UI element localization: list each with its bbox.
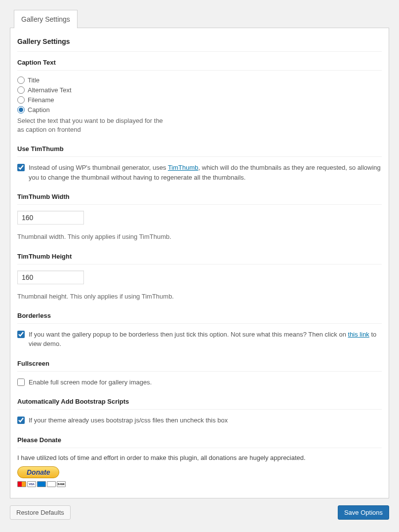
caption-desc: Select the text that you want to be disp… bbox=[17, 116, 382, 134]
discover-icon bbox=[47, 481, 56, 487]
bootstrap-checkbox[interactable] bbox=[17, 417, 25, 424]
caption-option-caption[interactable]: Caption bbox=[17, 106, 382, 114]
bootstrap-heading: Automatically Add Bootstrap Scripts bbox=[17, 398, 382, 410]
radio-filename[interactable] bbox=[17, 96, 25, 104]
bootstrap-row[interactable]: If your theme already uses bootstrap js/… bbox=[17, 416, 382, 425]
donate-text: I have utilized lots of time and effort … bbox=[17, 454, 382, 461]
bank-icon: BANK bbox=[57, 481, 66, 487]
borderless-heading: Borderless bbox=[17, 312, 382, 324]
borderless-checkbox[interactable] bbox=[17, 331, 25, 338]
restore-defaults-button[interactable]: Restore Defaults bbox=[10, 505, 71, 520]
borderless-label: If you want the gallery popup to be bord… bbox=[29, 330, 382, 349]
caption-option-alt[interactable]: Alternative Text bbox=[17, 86, 382, 94]
caption-desc-line1: Select the text that you want to be disp… bbox=[17, 117, 163, 124]
caption-option-filename[interactable]: Filename bbox=[17, 96, 382, 104]
borderless-label-before: If you want the gallery popup to be bord… bbox=[29, 331, 348, 338]
payment-cards: VISA BANK bbox=[17, 481, 382, 487]
timthumb-height-input[interactable] bbox=[17, 270, 84, 284]
timthumb-row[interactable]: Instead of using WP's thumbnail generato… bbox=[17, 163, 382, 182]
timthumb-width-heading: TimThumb Width bbox=[17, 193, 382, 205]
radio-title-label: Title bbox=[28, 76, 40, 84]
caption-heading: Caption Text bbox=[17, 59, 382, 71]
caption-desc-line2: as caption on frontend bbox=[17, 126, 81, 133]
radio-alt[interactable] bbox=[17, 86, 25, 94]
panel-title: Gallery Settings bbox=[17, 35, 382, 52]
fullscreen-checkbox[interactable] bbox=[17, 379, 25, 386]
timthumb-checkbox[interactable] bbox=[17, 164, 25, 171]
visa-icon: VISA bbox=[27, 481, 36, 487]
borderless-row[interactable]: If you want the gallery popup to be bord… bbox=[17, 330, 382, 349]
settings-panel: Gallery Settings Caption Text Title Alte… bbox=[10, 28, 389, 498]
borderless-link[interactable]: this link bbox=[348, 331, 369, 338]
fullscreen-row[interactable]: Enable full screen mode for gallery imag… bbox=[17, 378, 382, 387]
tab-gallery-settings[interactable]: Gallery Settings bbox=[14, 10, 78, 28]
radio-caption[interactable] bbox=[17, 106, 25, 114]
timthumb-label: Instead of using WP's thumbnail generato… bbox=[29, 163, 382, 182]
bootstrap-label: If your theme already uses bootstrap js/… bbox=[29, 416, 228, 425]
timthumb-heading: Use TimThumb bbox=[17, 145, 382, 157]
amex-icon bbox=[37, 481, 46, 487]
radio-filename-label: Filename bbox=[28, 96, 54, 104]
donate-button[interactable]: Donate bbox=[17, 466, 59, 478]
timthumb-width-input[interactable] bbox=[17, 211, 84, 225]
timthumb-link[interactable]: TimThumb bbox=[168, 164, 199, 171]
timthumb-height-heading: TimThumb Height bbox=[17, 253, 382, 265]
donate-heading: Please Donate bbox=[17, 436, 382, 448]
timthumb-label-before: Instead of using WP's thumbnail generato… bbox=[29, 164, 168, 171]
radio-title[interactable] bbox=[17, 76, 25, 84]
mastercard-icon bbox=[17, 481, 26, 487]
timthumb-width-desc: Thumbnail width. This only applies if us… bbox=[17, 232, 382, 241]
caption-option-title[interactable]: Title bbox=[17, 76, 382, 84]
radio-alt-label: Alternative Text bbox=[28, 86, 72, 94]
save-options-button[interactable]: Save Options bbox=[338, 505, 389, 520]
fullscreen-heading: Fullscreen bbox=[17, 360, 382, 372]
timthumb-height-desc: Thumbnail height. This only applies if u… bbox=[17, 292, 382, 301]
fullscreen-label: Enable full screen mode for gallery imag… bbox=[29, 378, 152, 387]
radio-caption-label: Caption bbox=[28, 106, 50, 114]
